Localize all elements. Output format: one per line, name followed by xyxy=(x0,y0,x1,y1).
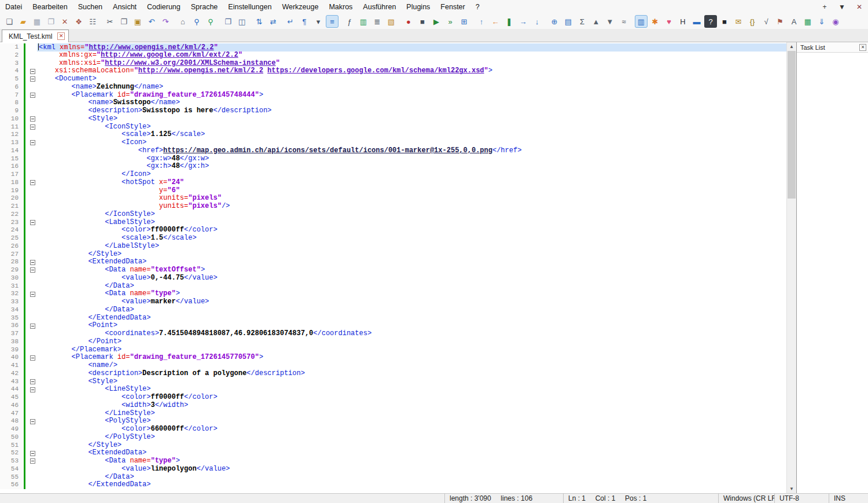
editor-line-5[interactable]: 5 <Document> xyxy=(0,75,786,83)
play-macro-icon[interactable]: ▶ xyxy=(430,15,443,28)
tab-kml_test.kml[interactable]: KML_Test.kml✕ xyxy=(2,30,69,42)
bookmark-list-icon[interactable]: ▤ xyxy=(562,15,575,28)
code-text[interactable]: <kml xmlns="http://www.opengis.net/kml/2… xyxy=(37,43,786,52)
menu-item-datei[interactable]: Datei xyxy=(0,1,27,13)
open-file-icon[interactable]: ▰ xyxy=(17,15,30,28)
code-text[interactable]: xsi:schemaLocation="http://www.opengis.n… xyxy=(37,67,786,75)
code-text[interactable]: <Data name="type"> xyxy=(37,290,786,298)
code-text[interactable]: <color>ff0000ff</color> xyxy=(37,394,786,402)
editor-line-7[interactable]: 7 <Placemark id="drawing_feature_1726145… xyxy=(0,91,786,100)
code-text[interactable]: <description>Description of a polygone</… xyxy=(37,370,786,378)
code-text[interactable]: </Data> xyxy=(37,473,786,482)
fold-marker[interactable] xyxy=(28,67,37,75)
code-text[interactable]: <ExtendedData> xyxy=(37,449,786,457)
menu-item-suchen[interactable]: Suchen xyxy=(73,1,108,13)
code-text[interactable]: </Point> xyxy=(37,338,786,346)
editor-line-27[interactable]: 27 </Style> xyxy=(0,251,786,259)
editor-line-16[interactable]: 16 <gx:h>48</gx:h> xyxy=(0,163,786,171)
close-file-icon[interactable]: ✕ xyxy=(58,15,71,28)
editor-line-14[interactable]: 14 <href>https://map.geo.admin.ch/api/ic… xyxy=(0,147,786,155)
run-macro-multiple-icon[interactable]: » xyxy=(444,15,457,28)
split-window-icon[interactable]: ◫ xyxy=(236,15,248,28)
code-text[interactable]: <Document> xyxy=(37,75,786,83)
editor-line-9[interactable]: 9 <description>Swisstopo is here</descri… xyxy=(0,107,786,115)
code-text[interactable]: <color>660000ff</color> xyxy=(37,425,786,434)
menu-item-einstellungen[interactable]: Einstellungen xyxy=(223,1,277,13)
editor-line-35[interactable]: 35 </ExtendedData> xyxy=(0,314,786,322)
editor-line-43[interactable]: 43 <Style> xyxy=(0,378,786,386)
sync-scroll-horizontal-icon[interactable]: ⇄ xyxy=(267,15,279,28)
unfold-all-icon[interactable]: ▼ xyxy=(604,15,616,28)
code-text[interactable]: </ExtendedData> xyxy=(37,481,786,489)
editor-line-21[interactable]: 21 yunits="pixels"/> xyxy=(0,203,786,211)
scrollbar-thumb[interactable] xyxy=(788,51,796,199)
code-text[interactable]: <Data name="textOffset"> xyxy=(37,266,786,274)
undo-icon[interactable]: ↶ xyxy=(145,15,158,28)
restore-window-icon[interactable]: ❐ xyxy=(222,15,234,28)
editor-line-22[interactable]: 22 </IconStyle> xyxy=(0,211,786,219)
dark-help-icon[interactable]: ? xyxy=(704,15,717,28)
document-map-icon[interactable]: ▥ xyxy=(357,15,370,28)
editor-line-28[interactable]: 28 <ExtendedData> xyxy=(0,258,786,266)
menu-item-ausfhren[interactable]: Ausführen xyxy=(358,1,401,13)
editor-line-36[interactable]: 36 <Point> xyxy=(0,322,786,330)
folder-as-workspace-icon[interactable]: ▧ xyxy=(385,15,398,28)
editor-line-45[interactable]: 45 <color>ff0000ff</color> xyxy=(0,394,786,402)
editor-line-39[interactable]: 39 </Placemark> xyxy=(0,346,786,354)
word-wrap-icon[interactable]: ↵ xyxy=(284,15,297,28)
fold-marker[interactable] xyxy=(28,417,37,425)
code-text[interactable]: <LineStyle> xyxy=(37,385,786,394)
code-text[interactable]: <name>Zeichnung</name> xyxy=(37,83,786,91)
code-text[interactable]: <PolyStyle> xyxy=(37,417,786,425)
menu-item-ansicht[interactable]: Ansicht xyxy=(108,1,142,13)
highlight-marker-icon[interactable]: ✱ xyxy=(649,15,661,28)
editor-line-12[interactable]: 12 <scale>1.125</scale> xyxy=(0,131,786,139)
status-insert-mode[interactable]: INS xyxy=(829,494,868,503)
fold-marker[interactable] xyxy=(28,354,37,362)
code-text[interactable]: <name/> xyxy=(37,362,786,370)
cut-icon[interactable]: ✂ xyxy=(104,15,116,28)
editor-line-56[interactable]: 56 </ExtendedData> xyxy=(0,481,786,489)
converter-icon[interactable]: A xyxy=(788,15,800,28)
code-text[interactable]: <Data name="type"> xyxy=(37,457,786,465)
grid-tool-icon[interactable]: ▦ xyxy=(801,15,814,28)
fold-marker[interactable] xyxy=(28,123,37,131)
editor-line-49[interactable]: 49 <color>660000ff</color> xyxy=(0,425,786,434)
move-up-icon[interactable]: ↑ xyxy=(475,15,488,28)
goto-line-icon[interactable]: ⊕ xyxy=(548,15,561,28)
fold-marker[interactable] xyxy=(28,139,37,147)
math-tool-icon[interactable]: ≈ xyxy=(617,15,630,28)
code-text[interactable]: xunits="pixels" xyxy=(37,194,786,203)
code-text[interactable]: </Style> xyxy=(37,442,786,450)
editor-line-26[interactable]: 26 </LabelStyle> xyxy=(0,243,786,251)
mime-tools-icon[interactable]: ✉ xyxy=(732,15,745,28)
save-macro-icon[interactable]: ⊞ xyxy=(458,15,470,28)
code-text[interactable]: <hotSpot x="24" xyxy=(37,179,786,187)
editor-line-51[interactable]: 51 </Style> xyxy=(0,442,786,450)
editor-line-34[interactable]: 34 </Data> xyxy=(0,306,786,314)
code-text[interactable]: </LineStyle> xyxy=(37,410,786,418)
code-text[interactable]: <scale>1.125</scale> xyxy=(37,131,786,139)
close-all-icon[interactable]: ❖ xyxy=(72,15,85,28)
close-window-button[interactable]: ✕ xyxy=(854,2,865,12)
code-text[interactable]: <width>3</width> xyxy=(37,402,786,410)
editor-line-20[interactable]: 20 xunits="pixels" xyxy=(0,194,786,203)
copy-icon[interactable]: ❐ xyxy=(117,15,130,28)
code-text[interactable]: </Data> xyxy=(37,306,786,314)
code-text[interactable]: <IconStyle> xyxy=(37,123,786,131)
editor-line-15[interactable]: 15 <gx:w>48</gx:w> xyxy=(0,155,786,163)
code-text[interactable]: </Data> xyxy=(37,282,786,291)
scroll-up-button[interactable]: ▲ xyxy=(787,42,796,51)
editor-line-1[interactable]: 1<kml xmlns="http://www.opengis.net/kml/… xyxy=(0,43,786,52)
fold-marker[interactable] xyxy=(28,179,37,187)
editor-line-13[interactable]: 13 <Icon> xyxy=(0,139,786,147)
code-text[interactable]: <value>linepolygon</value> xyxy=(37,465,786,473)
editor-line-50[interactable]: 50 </PolyStyle> xyxy=(0,434,786,442)
document-list-icon[interactable]: ≣ xyxy=(371,15,384,28)
code-text[interactable]: <name>Swisstopo</name> xyxy=(37,99,786,107)
fold-marker[interactable] xyxy=(28,75,37,83)
move-down-icon[interactable]: ↓ xyxy=(531,15,543,28)
code-text[interactable]: <Icon> xyxy=(37,139,786,147)
editor-line-38[interactable]: 38 </Point> xyxy=(0,338,786,346)
code-text[interactable]: <coordinates>7.451504894818087,46.928061… xyxy=(37,330,786,338)
